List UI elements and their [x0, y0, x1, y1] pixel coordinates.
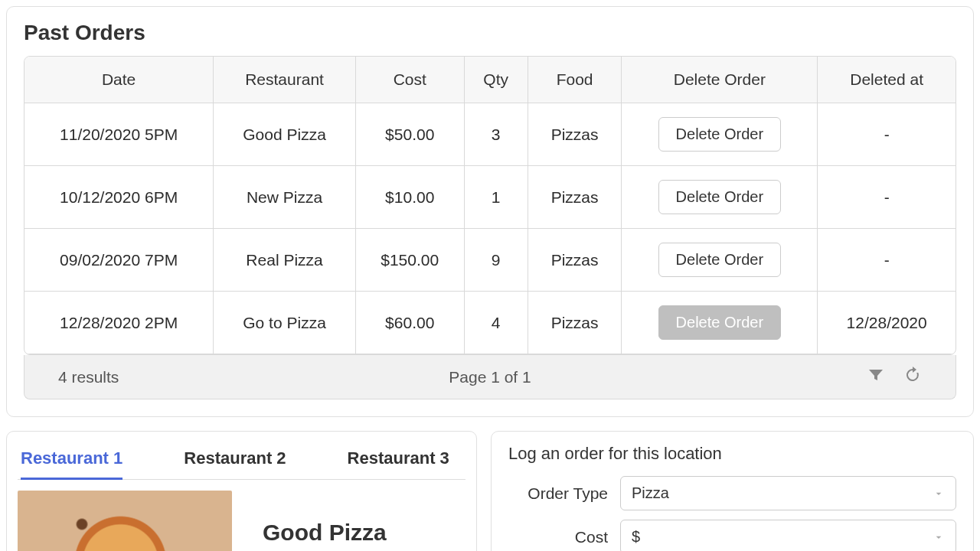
order-type-value: Pizza — [632, 484, 669, 502]
col-date[interactable]: Date — [24, 57, 214, 103]
past-orders-card: Past Orders Date Restaurant Cost Qty Foo… — [6, 6, 974, 417]
table-row: 12/28/2020 2PMGo to Pizza$60.004PizzasDe… — [24, 292, 956, 354]
filter-icon[interactable] — [867, 366, 885, 388]
col-restaurant[interactable]: Restaurant — [214, 57, 356, 103]
refresh-icon[interactable] — [903, 366, 922, 388]
cell-date: 11/20/2020 5PM — [24, 103, 214, 166]
delete-order-button[interactable]: Delete Order — [658, 180, 782, 214]
log-order-card: Log an order for this location Order Typ… — [491, 431, 974, 551]
cell-cost: $60.00 — [356, 292, 465, 354]
cell-cost: $50.00 — [356, 103, 465, 166]
col-qty[interactable]: Qty — [465, 57, 528, 103]
tab-restaurant-3[interactable]: Restaurant 3 — [348, 444, 449, 479]
restaurants-card: Restaurant 1Restaurant 2Restaurant 3 Goo… — [6, 431, 477, 551]
cell-food: Pizzas — [528, 229, 622, 292]
delete-order-button[interactable]: Delete Order — [658, 243, 782, 277]
cell-cost: $150.00 — [356, 229, 465, 292]
col-deleted-at[interactable]: Deleted at — [818, 57, 956, 103]
cost-select[interactable]: $ — [620, 520, 956, 551]
cell-food: Pizzas — [528, 166, 622, 229]
cell-restaurant: New Pizza — [214, 166, 356, 229]
cell-qty: 1 — [465, 166, 528, 229]
table-row: 10/12/2020 6PMNew Pizza$10.001PizzasDele… — [24, 166, 956, 229]
cell-deleted-at: - — [818, 166, 956, 229]
restaurant-image — [18, 491, 232, 551]
cell-restaurant: Real Pizza — [214, 229, 356, 292]
col-cost[interactable]: Cost — [356, 57, 465, 103]
cell-delete: Delete Order — [622, 103, 818, 166]
table-footer: 4 results Page 1 of 1 — [24, 355, 956, 399]
cell-restaurant: Go to Pizza — [214, 292, 356, 354]
order-type-select[interactable]: Pizza — [620, 476, 956, 510]
cell-qty: 4 — [465, 292, 528, 354]
cell-deleted-at: - — [818, 103, 956, 166]
order-type-label: Order Type — [508, 484, 608, 503]
table-row: 09/02/2020 7PMReal Pizza$150.009PizzasDe… — [24, 229, 956, 292]
results-count: 4 results — [58, 368, 119, 386]
restaurant-tabs: Restaurant 1Restaurant 2Restaurant 3 — [18, 444, 466, 480]
tab-restaurant-2[interactable]: Restaurant 2 — [184, 444, 286, 479]
orders-table: Date Restaurant Cost Qty Food Delete Ord… — [24, 56, 956, 355]
cell-delete: Delete Order — [622, 229, 818, 292]
cell-deleted-at: - — [818, 229, 956, 292]
cell-cost: $10.00 — [356, 166, 465, 229]
restaurant-name: Good Pizza — [263, 520, 387, 546]
cost-label: Cost — [508, 528, 608, 546]
cell-delete: Delete Order — [622, 292, 818, 354]
page-indicator: Page 1 of 1 — [449, 368, 531, 386]
tab-restaurant-1[interactable]: Restaurant 1 — [21, 444, 122, 479]
cell-food: Pizzas — [528, 103, 622, 166]
cell-delete: Delete Order — [622, 166, 818, 229]
delete-order-button[interactable]: Delete Order — [658, 117, 782, 152]
cell-deleted-at: 12/28/2020 — [818, 292, 956, 354]
cell-date: 09/02/2020 7PM — [24, 229, 214, 292]
chevron-down-icon — [933, 531, 945, 543]
cost-value: $ — [632, 528, 640, 546]
cell-food: Pizzas — [528, 292, 622, 354]
cell-date: 12/28/2020 2PM — [24, 292, 214, 354]
col-delete-order[interactable]: Delete Order — [622, 57, 818, 103]
chevron-down-icon — [933, 487, 945, 500]
past-orders-title: Past Orders — [24, 21, 956, 45]
delete-order-button: Delete Order — [658, 305, 782, 340]
table-row: 11/20/2020 5PMGood Pizza$50.003PizzasDel… — [24, 103, 956, 166]
cell-restaurant: Good Pizza — [214, 103, 356, 166]
log-order-title: Log an order for this location — [508, 444, 956, 464]
col-food[interactable]: Food — [528, 57, 622, 103]
cell-qty: 3 — [465, 103, 528, 166]
cell-qty: 9 — [465, 229, 528, 292]
cell-date: 10/12/2020 6PM — [24, 166, 214, 229]
